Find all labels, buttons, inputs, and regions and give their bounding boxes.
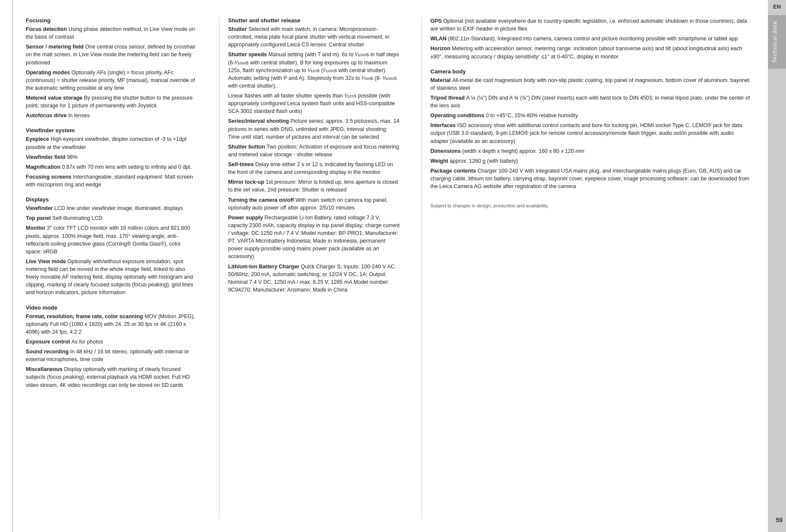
entry: Miscellaneous Display optionally with ma… <box>26 365 198 389</box>
entry-text: 0.87x with 70 mm lens with setting to in… <box>62 164 192 170</box>
entry-label: Viewfinder <box>26 205 54 211</box>
section-tab: Technical data <box>768 15 786 69</box>
entry-text: Selected with main switch, in camera: Mi… <box>228 26 389 48</box>
entry-label: Turning the camera on/off <box>228 197 296 203</box>
section-title: Camera body <box>430 68 751 75</box>
entry: Focus detection Using phase detection me… <box>26 25 198 41</box>
col-divider-2 <box>421 17 422 519</box>
entry-label: Tripod thread <box>430 95 466 101</box>
entry: Tripod thread A ¼ (¼") DIN and A ¾ (¾") … <box>430 94 751 109</box>
entry: Focusing screens Interchangeable, standa… <box>26 173 198 188</box>
footer-note: Subject to changes in design, production… <box>430 203 751 208</box>
entry-label: Metered value storage <box>26 95 84 101</box>
entry-label: Package contents <box>430 168 478 174</box>
entry-text: 98% <box>67 154 78 160</box>
entry-label: Interfaces <box>430 122 457 128</box>
entry: Sensor / metering field One central cros… <box>26 43 198 66</box>
entry-text: LCD line under viewfinder image, illumin… <box>54 205 183 211</box>
entry: Linear flashes with all faster shutter s… <box>228 92 400 115</box>
page-container: FocusingFocus detection Using phase dete… <box>0 0 786 532</box>
entry: Viewfinder field 98% <box>26 153 198 161</box>
entry-label: Self-times <box>228 161 255 167</box>
entry: Self-times Delay time either 2 s or 12 s… <box>228 161 400 176</box>
entry: Autofocus drive In lenses <box>26 112 198 119</box>
column-1: FocusingFocus detection Using phase dete… <box>26 17 210 519</box>
entry: Eyepiece High eyepoint viewfinder, diopt… <box>26 135 198 151</box>
entry-label: Exposure control <box>26 339 71 345</box>
entry: Shutter button Two position: Activation … <box>228 143 400 158</box>
entry: Top panel Self-illuminating LCD <box>26 214 198 222</box>
columns-wrapper: FocusingFocus detection Using phase dete… <box>26 17 759 519</box>
entry-label: Viewfinder field <box>26 154 67 160</box>
entry: Format, resolution, frame rate, color sc… <box>26 313 198 336</box>
entry: Turning the camera on/off With main swit… <box>228 196 400 212</box>
entry: Power supply Rechargeable Li-Ion Battery… <box>228 214 400 261</box>
entry: Magnification 0.87x with 70 mm lens with… <box>26 163 198 171</box>
entry-label: Operating modes <box>26 70 71 76</box>
entry-label: Operating conditions <box>430 112 486 119</box>
entry-label: Lithium-Ion Battery Charger <box>228 264 301 270</box>
entry-text: Self-illuminating LCD <box>52 215 103 221</box>
entry: Live View mode Optionally with/without e… <box>26 258 198 297</box>
section-title: Shutter and shutter release <box>228 17 400 24</box>
entry: Weight approx. 1260 g (with battery) <box>430 157 751 165</box>
entry: Interfaces ISO accessory shoe with addit… <box>430 122 751 145</box>
entry: Mirror lock-up 1st pressure: Mirror is f… <box>228 178 400 194</box>
entry-label: Series/interval shooting <box>228 118 290 124</box>
entry: Horizon Metering with acceleration senso… <box>430 45 751 60</box>
column-2: Shutter and shutter releaseShutter Selec… <box>228 17 413 519</box>
section-title: Video mode <box>26 304 198 311</box>
entry: Lithium-Ion Battery Charger Quick Charge… <box>228 263 400 294</box>
entry-label: Material <box>430 77 452 83</box>
entry-label: Magnification <box>26 164 62 170</box>
section-title: Viewfinder system <box>26 127 198 134</box>
entry-text: A ¼ (¼") DIN and A ¾ (¾") DIN (steel ins… <box>430 95 750 109</box>
entry-text: (width x depth x height) approx. 160 x 8… <box>462 148 584 154</box>
entry: Exposure control As for photos <box>26 338 198 346</box>
entry-label: Shutter <box>228 26 248 32</box>
entry-label: Miscellaneous <box>26 366 64 372</box>
entry-label: Power supply <box>228 215 265 221</box>
entry: GPS Optional (not available everywhere d… <box>430 17 751 33</box>
entry-label: Eyepiece <box>26 136 51 142</box>
entry-label: Shutter speeds <box>228 52 268 58</box>
entry: Package contents Charger 100-240 V with … <box>430 167 751 190</box>
section-title: Focusing <box>26 17 198 24</box>
entry-text: approx. 1260 g (with battery) <box>450 158 518 164</box>
entry: Operating modes Optionally AFs (single) … <box>26 69 198 92</box>
entry: Shutter Selected with main switch, in ca… <box>228 25 400 49</box>
entry-label: Live View mode <box>26 258 67 264</box>
entry-label: Horizon <box>430 46 452 52</box>
entry-text: As for photos <box>71 339 103 345</box>
entry-label: Autofocus drive <box>26 112 68 119</box>
entry: WLAN (802.11n-Standard), Integrated into… <box>430 35 751 43</box>
entry-text: Charger 100-240 V with integrated USA ma… <box>430 168 749 189</box>
entry-label: Weight <box>430 158 450 164</box>
entry: Sound recording In 48 kHz / 16 bit stere… <box>26 348 198 363</box>
entry-label: WLAN <box>430 36 448 42</box>
entry-label: Focusing screens <box>26 174 73 180</box>
left-border <box>0 0 13 532</box>
entry-label: Monitor <box>26 225 47 231</box>
entry-label: Top panel <box>26 215 52 221</box>
entry-label: Sensor / metering field <box>26 44 85 50</box>
entry: Dimensions (width x depth x height) appr… <box>430 147 751 155</box>
lang-indicator: EN <box>768 0 786 13</box>
entry-label: GPS <box>430 18 443 24</box>
entry-label: Sound recording <box>26 349 70 355</box>
entry-text: Linear flashes with all faster shutter s… <box>228 93 395 114</box>
entry: Viewfinder LCD line under viewfinder ima… <box>26 204 198 212</box>
entry-text: Metering with acceleration sensor, meter… <box>430 46 742 59</box>
entry-text: ISO accessory shoe with additional contr… <box>430 122 742 144</box>
entry: Monitor 3" color TFT LCD monitor with 16… <box>26 224 198 255</box>
entry-text: Optional (not available everywhere due t… <box>430 18 747 32</box>
entry-label: Mirror lock-up <box>228 179 266 185</box>
entry: Metered value storage By pressing the sh… <box>26 94 198 109</box>
column-3: GPS Optional (not available everywhere d… <box>430 17 759 519</box>
entry: Material All-metal die cast magnesium bo… <box>430 76 751 92</box>
entry-text: All-metal die cast magnesium body with n… <box>430 77 749 91</box>
right-sidebar: EN Technical data 59 <box>768 0 786 532</box>
entry-text: Rechargeable Li-Ion Battery, rated volta… <box>228 215 400 260</box>
entry-text: (802.11n-Standard), Integrated into came… <box>448 36 738 42</box>
entry-label: Focus detection <box>26 26 68 32</box>
